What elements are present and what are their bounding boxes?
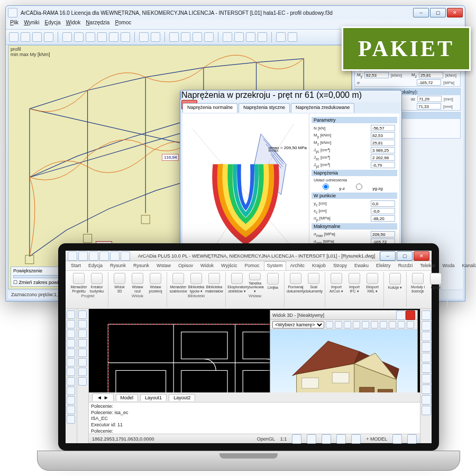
param-Mz[interactable] [371,140,395,146]
ribbon-button[interactable]: Wstaw przekrój [148,273,163,293]
ribbon-tab[interactable]: Opisov [175,261,196,270]
tool-icon[interactable] [67,396,75,405]
tool-icon[interactable] [78,310,87,319]
minimize-button[interactable]: – [380,251,396,261]
ribbon-tab[interactable]: Elektry [373,261,394,270]
tool-icon[interactable] [44,32,53,42]
Mz-input[interactable] [419,72,443,78]
tool-icon[interactable] [67,329,75,338]
tool-icon[interactable] [67,387,75,395]
status-icon[interactable] [392,434,402,444]
ribbon-tab[interactable]: Start [68,261,84,270]
tool-icon[interactable] [422,321,431,331]
status-icon[interactable] [351,434,361,444]
param-zc[interactable] [371,208,395,214]
ribbon-button[interactable]: Menadżer szablonów [170,273,186,293]
ribbon-tab[interactable]: Ewaku [351,261,372,270]
tool-icon[interactable] [78,349,87,357]
tool-icon[interactable] [62,32,72,42]
tab-model[interactable]: Model [116,394,139,401]
view3d-tool-icon[interactable] [380,321,387,328]
tool-icon[interactable] [204,32,214,42]
status-icon[interactable] [336,434,346,444]
view3d-tool-icon[interactable] [389,321,396,328]
close-icon[interactable] [406,310,415,320]
tool-icon[interactable] [234,32,244,42]
ribbon-tab[interactable]: Wyjścic [218,261,240,270]
ribbon-button[interactable]: Eksport XML ▾ [364,273,380,293]
tool-icon[interactable] [21,32,30,42]
menu-widok[interactable]: Widok [66,20,81,29]
ribbon-tabs[interactable]: StartEdycjaRysunkRysunkWstawOpisovWidokW… [66,261,432,271]
status-model[interactable]: + MODEL [366,436,387,442]
maximize-button[interactable]: ▢ [430,8,446,17]
view3d-tool-icon[interactable] [407,321,414,328]
ribbon-button[interactable]: Biblioteka materiałów [206,273,222,293]
tool-icon[interactable] [78,329,87,338]
ribbon-button[interactable]: Linijka [265,273,281,293]
ribbon-button[interactable]: Kolizje ▾ [387,273,403,293]
command-line[interactable]: Polecenie:Polecenie: isa_ecISA_EC Execut… [89,402,420,434]
view3d-tool-icon[interactable] [344,321,351,328]
param-My[interactable] [371,132,395,139]
menu-pomoc[interactable]: Pomoc [115,20,131,29]
My-input[interactable] [364,72,389,78]
qat-icon[interactable] [78,251,88,261]
tool-icon[interactable] [67,415,75,424]
close-button[interactable]: ✕ [447,8,463,17]
tool-icon[interactable] [422,342,431,352]
qat-icon[interactable] [121,251,130,261]
tool-icon[interactable] [78,320,87,328]
status-icon[interactable] [307,434,316,444]
camera-select[interactable]: <Wybierz kamerę> [272,321,324,328]
ribbon-tab[interactable]: Widok [197,261,217,270]
ribbon-tab[interactable]: Rozdzi [395,261,416,270]
tool-icon[interactable] [78,339,87,347]
tool-icon[interactable] [258,32,267,42]
view3d-tool-icon[interactable] [326,321,333,328]
ribbon-tab[interactable]: Pomoc [242,261,263,270]
ribbon-button[interactable]: Scal dokumenty [306,273,322,293]
tool-icon[interactable] [288,32,297,42]
ribbon-button[interactable]: Porównaj dokumenty [288,273,304,293]
ribbon-tab[interactable]: Edycja [85,261,106,270]
ribbon-tab[interactable]: Wstaw [153,261,174,270]
param-sigmamax[interactable] [371,231,395,237]
tool-icon[interactable] [97,32,107,42]
menu-plik[interactable]: Plik [10,20,19,29]
param-Jyc[interactable] [371,147,395,153]
ribbon-tab[interactable]: Telekoi [417,261,438,270]
tab-layout2[interactable]: Layout2 [169,394,195,401]
tool-icon[interactable] [67,377,75,386]
drawing-canvas[interactable]: Widok 3D - [Nieaktywny] <Wybierz kamerę> [89,309,420,392]
sigma-input[interactable] [417,79,441,86]
tool-icon[interactable] [121,32,130,42]
qat-icon[interactable] [110,251,120,261]
tool-icon[interactable] [86,32,95,42]
tool-icon[interactable] [422,385,431,394]
radio-ygzg[interactable]: yg-zg [347,184,383,191]
status-icon[interactable] [407,434,417,444]
ribbon-tab[interactable]: Kanaliz [459,261,476,270]
param-Jzc[interactable] [371,154,395,161]
tool-icon[interactable] [32,32,42,42]
tool-icon[interactable] [67,349,75,357]
param-N[interactable] [371,125,395,131]
view3d-tool-icon[interactable] [353,321,360,328]
ribbon-button[interactable]: Kreator budynku [89,273,105,293]
tool-icon[interactable] [181,32,190,42]
ribbon-tab[interactable]: Krajob [309,261,329,270]
tool-icon[interactable] [276,32,286,42]
view3d-tool-icon[interactable] [335,321,342,328]
ribbon-button[interactable]: Eksplorator obiektów ▾ [229,273,245,293]
tool-icon[interactable] [422,332,431,341]
tool-icon[interactable] [422,353,431,362]
param-Jyz[interactable] [371,162,395,168]
ribbon-button[interactable]: Import IFC ▾ [346,273,362,293]
qat-icon[interactable] [68,251,77,261]
qat-icon[interactable] [89,251,98,261]
tool-icon[interactable] [246,32,255,42]
ribbon-tab[interactable]: Stropy [330,261,350,270]
tool-icon[interactable] [139,32,149,42]
ribbon-tab[interactable]: Woda [439,261,457,270]
